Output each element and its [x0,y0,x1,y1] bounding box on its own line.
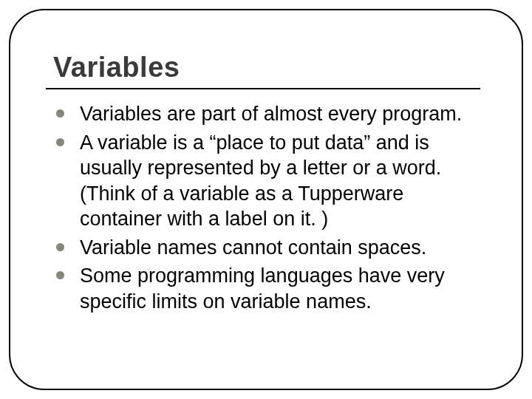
title-underline [46,88,480,89]
list-item: A variable is a “place to put data” and … [52,130,486,232]
slide-frame: Variables Variables are part of almost e… [9,9,523,390]
list-item: Some programming languages have very spe… [52,263,486,314]
content-area: Variables are part of almost every progr… [52,101,486,314]
slide-title: Variables [53,52,486,83]
list-item: Variable names cannot contain spaces. [52,235,486,261]
slide: Variables Variables are part of almost e… [0,0,532,399]
list-item: Variables are part of almost every progr… [52,101,486,127]
title-block: Variables [52,52,486,89]
bullet-list: Variables are part of almost every progr… [52,101,486,314]
